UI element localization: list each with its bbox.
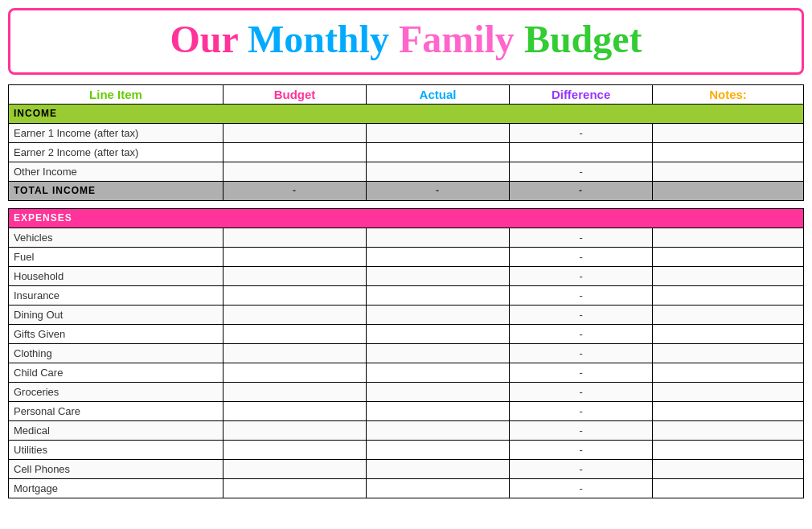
expense-actual-cell[interactable]: [367, 459, 510, 478]
expense-budget-cell[interactable]: [224, 305, 367, 324]
expense-row: Household -: [9, 266, 804, 285]
expense-diff-cell: -: [510, 363, 653, 382]
expense-item-label: Clothing: [9, 343, 224, 363]
header-actual: Actual: [367, 84, 510, 104]
expense-budget-cell[interactable]: [224, 363, 367, 382]
expense-budget-cell[interactable]: [224, 228, 367, 247]
expense-actual-cell[interactable]: [367, 401, 510, 420]
expense-budget-cell[interactable]: [224, 459, 367, 478]
expense-notes-cell[interactable]: [653, 440, 804, 459]
expense-actual-cell[interactable]: [367, 440, 510, 459]
expense-budget-cell[interactable]: [224, 478, 367, 498]
total-income-budget: -: [224, 181, 367, 200]
expense-diff-cell: -: [510, 478, 653, 498]
income-budget-cell[interactable]: [224, 142, 367, 162]
expense-item-label: Fuel: [9, 247, 224, 266]
expense-diff-cell: -: [510, 343, 653, 363]
expense-actual-cell[interactable]: [367, 228, 510, 247]
total-income-actual: -: [367, 181, 510, 200]
expense-diff-cell: -: [510, 266, 653, 285]
expenses-section-header: EXPENSES: [9, 208, 804, 228]
income-budget-cell[interactable]: [224, 123, 367, 142]
expense-item-label: Vehicles: [9, 228, 224, 247]
expense-row: Utilities -: [9, 440, 804, 459]
table-header-row: Line Item Budget Actual Difference Notes…: [9, 84, 804, 104]
expense-actual-cell[interactable]: [367, 305, 510, 324]
expense-actual-cell[interactable]: [367, 285, 510, 305]
expense-notes-cell[interactable]: [653, 228, 804, 247]
expense-item-label: Groceries: [9, 382, 224, 401]
expense-budget-cell[interactable]: [224, 420, 367, 440]
header-notes: Notes:: [653, 84, 804, 104]
expense-notes-cell[interactable]: [653, 401, 804, 420]
budget-table: Line Item Budget Actual Difference Notes…: [8, 84, 804, 498]
income-item-label: Other Income: [9, 162, 224, 181]
expense-budget-cell[interactable]: [224, 440, 367, 459]
expense-budget-cell[interactable]: [224, 401, 367, 420]
header-lineitem: Line Item: [9, 84, 224, 104]
expense-item-label: Child Care: [9, 363, 224, 382]
income-notes-cell[interactable]: [653, 123, 804, 142]
expense-actual-cell[interactable]: [367, 363, 510, 382]
income-notes-cell[interactable]: [653, 142, 804, 162]
expense-notes-cell[interactable]: [653, 305, 804, 324]
expense-notes-cell[interactable]: [653, 247, 804, 266]
income-row: Earner 1 Income (after tax) -: [9, 123, 804, 142]
expense-row: Cell Phones -: [9, 459, 804, 478]
expense-budget-cell[interactable]: [224, 266, 367, 285]
expense-row: Clothing -: [9, 343, 804, 363]
total-income-notes: [653, 181, 804, 200]
expense-notes-cell[interactable]: [653, 324, 804, 343]
expense-actual-cell[interactable]: [367, 478, 510, 498]
expense-budget-cell[interactable]: [224, 285, 367, 305]
income-actual-cell[interactable]: [367, 162, 510, 181]
expense-notes-cell[interactable]: [653, 266, 804, 285]
income-notes-cell[interactable]: [653, 162, 804, 181]
spacer-row: [9, 200, 804, 208]
expense-actual-cell[interactable]: [367, 343, 510, 363]
expense-item-label: Medical: [9, 420, 224, 440]
expense-budget-cell[interactable]: [224, 324, 367, 343]
expense-notes-cell[interactable]: [653, 478, 804, 498]
income-diff-cell: -: [510, 123, 653, 142]
header-difference: Difference: [510, 84, 653, 104]
expense-item-label: Mortgage: [9, 478, 224, 498]
expense-item-label: Dining Out: [9, 305, 224, 324]
expense-row: Vehicles -: [9, 228, 804, 247]
income-actual-cell[interactable]: [367, 142, 510, 162]
expense-actual-cell[interactable]: [367, 266, 510, 285]
income-row: Other Income -: [9, 162, 804, 181]
expense-row: Insurance -: [9, 285, 804, 305]
expense-actual-cell[interactable]: [367, 382, 510, 401]
expense-item-label: Insurance: [9, 285, 224, 305]
expense-row: Dining Out -: [9, 305, 804, 324]
income-budget-cell[interactable]: [224, 162, 367, 181]
income-item-label: Earner 2 Income (after tax): [9, 142, 224, 162]
expense-notes-cell[interactable]: [653, 363, 804, 382]
expense-notes-cell[interactable]: [653, 382, 804, 401]
expense-actual-cell[interactable]: [367, 324, 510, 343]
expense-budget-cell[interactable]: [224, 343, 367, 363]
expense-diff-cell: -: [510, 401, 653, 420]
total-income-diff: -: [510, 181, 653, 200]
header-budget: Budget: [224, 84, 367, 104]
expense-notes-cell[interactable]: [653, 343, 804, 363]
income-actual-cell[interactable]: [367, 123, 510, 142]
expense-budget-cell[interactable]: [224, 247, 367, 266]
expense-notes-cell[interactable]: [653, 459, 804, 478]
expense-actual-cell[interactable]: [367, 247, 510, 266]
expense-diff-cell: -: [510, 440, 653, 459]
income-item-label: Earner 1 Income (after tax): [9, 123, 224, 142]
expense-row: Gifts Given -: [9, 324, 804, 343]
expense-item-label: Cell Phones: [9, 459, 224, 478]
expense-actual-cell[interactable]: [367, 420, 510, 440]
expense-diff-cell: -: [510, 382, 653, 401]
expense-diff-cell: -: [510, 228, 653, 247]
expense-row: Personal Care -: [9, 401, 804, 420]
expense-budget-cell[interactable]: [224, 382, 367, 401]
total-income-label: TOTAL INCOME: [9, 181, 224, 200]
expense-notes-cell[interactable]: [653, 420, 804, 440]
expense-notes-cell[interactable]: [653, 285, 804, 305]
expense-diff-cell: -: [510, 247, 653, 266]
expense-diff-cell: -: [510, 305, 653, 324]
